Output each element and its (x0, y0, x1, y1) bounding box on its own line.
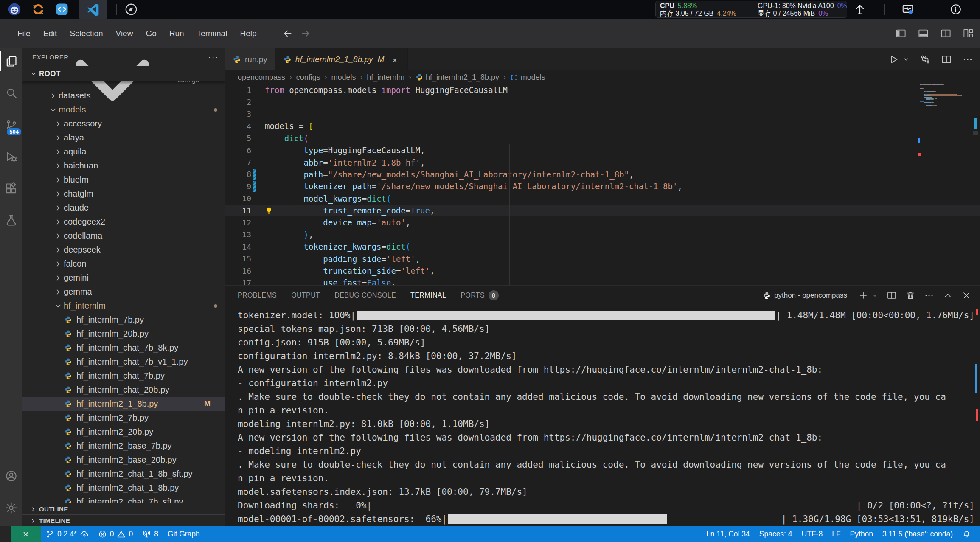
notifications-status[interactable] (958, 526, 976, 542)
menu-file[interactable]: File (11, 26, 37, 41)
breadcrumb-item-models[interactable]: models (331, 73, 356, 82)
tab-run.py[interactable]: run.py (225, 48, 275, 70)
code-line-4[interactable]: 4models = [ (225, 120, 980, 132)
activity-run-debug-icon[interactable] (0, 143, 22, 170)
terminal-output[interactable]: tokenizer.model: 100%|| 1.48M/1.48M [00:… (238, 309, 974, 526)
remote-indicator[interactable] (11, 526, 41, 542)
breadcrumb-item-hf_internlm[interactable]: hf_internlm (367, 73, 404, 82)
vscode-app-icon[interactable] (79, 0, 107, 19)
tree-item-hf_internlm_7b.py[interactable]: hf_internlm_7b.py (22, 313, 225, 327)
tree-item-hf_internlm2_20b.py[interactable]: hf_internlm2_20b.py (22, 425, 225, 439)
terminal-dropdown-icon[interactable] (872, 292, 878, 299)
tree-item-hf_internlm_chat_7b_8k.py[interactable]: hf_internlm_chat_7b_8k.py (22, 341, 225, 355)
tree-item-falcon[interactable]: falcon (22, 257, 225, 271)
cursor-position[interactable]: Ln 11, Col 34 (702, 526, 755, 542)
code-line-3[interactable]: 3 (225, 108, 980, 120)
customize-layout-icon[interactable] (963, 28, 974, 39)
tree-item-baichuan[interactable]: baichuan (22, 159, 225, 173)
forward-icon[interactable] (300, 28, 311, 39)
root-folder-header[interactable]: ROOT (22, 66, 225, 81)
panel-tab-terminal[interactable]: TERMINAL (410, 286, 446, 305)
code-line-12[interactable]: 12 device_map='auto', (225, 216, 980, 228)
tree-item-hf_internlm2_base_20b.py[interactable]: hf_internlm2_base_20b.py (22, 453, 225, 467)
code-line-15[interactable]: 15 padding_side='left', (225, 253, 980, 264)
activity-testing-icon[interactable] (0, 207, 22, 233)
activity-settings-gear-icon[interactable] (0, 494, 22, 521)
code-line-5[interactable]: 5 dict( (225, 132, 980, 144)
orange-app-icon[interactable] (29, 0, 48, 19)
tree-item-hf_internlm2_base_7b.py[interactable]: hf_internlm2_base_7b.py (22, 439, 225, 453)
panel-more-icon[interactable] (924, 290, 934, 300)
more-icon[interactable] (962, 54, 973, 65)
tree-item-hf_internlm2_chat_1_8b_sft.py[interactable]: hf_internlm2_chat_1_8b_sft.py (22, 467, 225, 481)
encoding-status[interactable]: UTF-8 (797, 526, 828, 542)
toggle-panel-icon[interactable] (918, 28, 929, 39)
code-line-17[interactable]: 17 use_fast=False, (225, 277, 980, 285)
activity-account-icon[interactable] (0, 463, 22, 489)
panel-tab-problems[interactable]: PROBLEMS (238, 286, 277, 305)
menu-help[interactable]: Help (233, 26, 263, 41)
tree-item-deepseek[interactable]: deepseek (22, 243, 225, 257)
panel-tab-ports[interactable]: PORTS8 (461, 286, 499, 305)
menu-selection[interactable]: Selection (63, 26, 109, 41)
menu-edit[interactable]: Edit (37, 26, 64, 41)
interpreter-status[interactable]: 3.11.5 ('base': conda) (878, 526, 958, 542)
code-app-icon[interactable] (53, 0, 71, 19)
split-layout-icon[interactable] (940, 28, 952, 39)
tab-hf_internlm2_1_8b.py[interactable]: hf_internlm2_1_8b.pyM× (275, 48, 408, 70)
run-icon[interactable] (888, 54, 899, 65)
code-line-10[interactable]: 10 model_kwargs=dict( (225, 193, 980, 205)
activity-extensions-icon[interactable] (0, 175, 22, 202)
problems-status[interactable]: 0 0 (93, 526, 138, 542)
timeline-section[interactable]: TIMELINE (22, 514, 225, 526)
mascot-app-icon[interactable] (5, 0, 24, 19)
code-line-8[interactable]: 8 path="/share/new_models/Shanghai_AI_La… (225, 168, 980, 180)
eol-status[interactable]: LF (827, 526, 845, 542)
tree-item-gemma[interactable]: gemma (22, 285, 225, 299)
menu-go[interactable]: Go (139, 26, 163, 41)
tree-item-bluelm[interactable]: bluelm (22, 173, 225, 187)
code-line-13[interactable]: 13 ), (225, 229, 980, 241)
toggle-sidebar-icon[interactable] (895, 28, 907, 39)
code-line-11[interactable]: 11 trust_remote_code=True, (225, 205, 980, 216)
close-tab-icon[interactable]: × (392, 56, 400, 63)
outline-section[interactable]: OUTLINE (22, 503, 225, 515)
activity-search-icon[interactable] (0, 80, 22, 106)
menu-run[interactable]: Run (163, 26, 191, 41)
tree-item-hf_internlm[interactable]: hf_internlm (22, 299, 225, 313)
tree-item-codellama[interactable]: codellama (22, 229, 225, 243)
tree-item-aquila[interactable]: aquila (22, 145, 225, 159)
code-line-6[interactable]: 6 type=HuggingFaceCausalLM, (225, 144, 980, 156)
tree-item-claude[interactable]: claude (22, 201, 225, 215)
panel-tab-debug-console[interactable]: DEBUG CONSOLE (334, 286, 396, 305)
tree-item-models[interactable]: models (22, 103, 225, 117)
tree-item-accessory[interactable]: accessory (22, 117, 225, 131)
tree-item-hf_internlm2_chat_1_8b.py[interactable]: hf_internlm2_chat_1_8b.py (22, 481, 225, 495)
language-status[interactable]: Python (845, 526, 878, 542)
maximize-panel-icon[interactable] (943, 290, 953, 300)
terminal-profile[interactable]: python - opencompass (763, 291, 847, 300)
breadcrumb-item-hf_internlm2_1_8b.py[interactable]: hf_internlm2_1_8b.py (416, 73, 499, 82)
tree-item-hf_internlm_chat_20b.py[interactable]: hf_internlm_chat_20b.py (22, 383, 225, 397)
activity-files-icon[interactable] (0, 48, 22, 74)
editor-scrollbar[interactable] (973, 131, 978, 135)
activity-source-control-icon[interactable]: 504 (0, 112, 22, 138)
close-panel-icon[interactable] (961, 290, 972, 300)
panel-tab-output[interactable]: OUTPUT (291, 286, 320, 305)
new-terminal-icon[interactable] (858, 290, 868, 300)
breadcrumb-item-configs[interactable]: configs (296, 73, 320, 82)
chevron-down-icon[interactable] (903, 56, 910, 63)
sidebar-more-icon[interactable]: ··· (208, 52, 219, 62)
tree-item-datasets[interactable]: datasets (22, 89, 225, 103)
code-line-7[interactable]: 7 abbr='internlm2-1.8b-hf', (225, 156, 980, 168)
tree-item-codegeex2[interactable]: codegeex2 (22, 215, 225, 229)
menu-terminal[interactable]: Terminal (191, 26, 234, 41)
tree-item-gemini[interactable]: gemini (22, 271, 225, 285)
arrow-up-icon[interactable] (854, 3, 866, 16)
kill-terminal-icon[interactable] (905, 290, 915, 300)
code-line-1[interactable]: 1from opencompass.models import HuggingF… (225, 84, 980, 96)
breadcrumb-item-models[interactable]: models (510, 73, 545, 82)
code-line-2[interactable]: 2 (225, 96, 980, 108)
indentation-status[interactable]: Spaces: 4 (755, 526, 797, 542)
monitor-pulse-icon[interactable] (901, 3, 914, 16)
